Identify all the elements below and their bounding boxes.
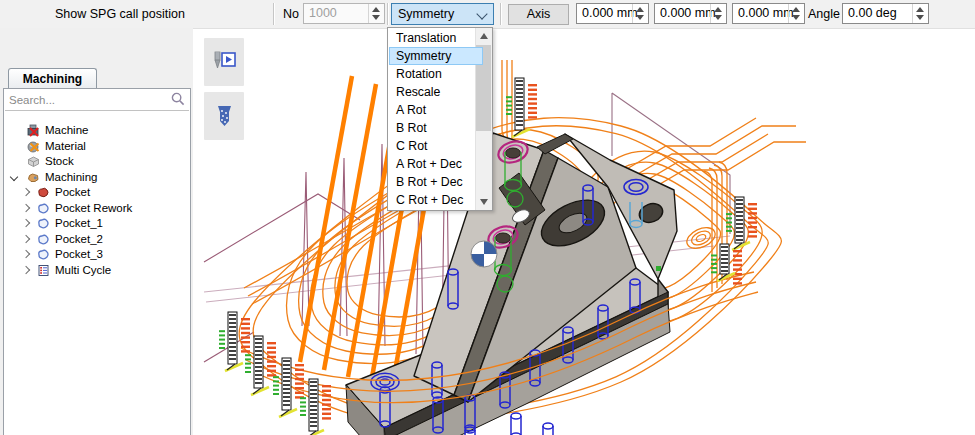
stock-icon: [27, 155, 40, 168]
dropdown-option-rotation[interactable]: Rotation: [389, 65, 483, 83]
tab-machining[interactable]: Machining: [8, 68, 97, 89]
chevron-right-icon[interactable]: [22, 203, 30, 211]
chevron-down-icon[interactable]: [10, 172, 18, 180]
chevron-down-icon: [476, 8, 487, 19]
tree-item-pocket-3[interactable]: Pocket_3: [4, 247, 188, 262]
dropdown-option-a-rot-dec[interactable]: A Rot + Dec: [389, 155, 483, 173]
spinner-up-icon[interactable]: [792, 7, 800, 12]
pocket-blue-icon: [37, 233, 50, 246]
spinner-down-icon[interactable]: [636, 15, 644, 20]
tree-item-label: Material: [45, 140, 86, 152]
tree-item-label: Pocket_2: [55, 233, 103, 245]
spg-number-value: 1000: [309, 4, 337, 23]
dropdown-option-c-rot[interactable]: C Rot: [389, 137, 483, 155]
pocket-red-icon: [37, 186, 50, 199]
dropdown-option-b-rot-dec[interactable]: B Rot + Dec: [389, 173, 483, 191]
dropdown-option-translation[interactable]: Translation: [389, 29, 483, 47]
spinner-down-icon[interactable]: [372, 15, 380, 20]
spg-number-spinner[interactable]: 1000: [303, 3, 385, 24]
machine-icon: [27, 124, 40, 137]
angle-value: 0.00 deg: [848, 4, 897, 23]
tree-item-stock[interactable]: Stock: [4, 154, 188, 169]
chevron-right-icon[interactable]: [22, 219, 30, 227]
dropdown-option-b-rot[interactable]: B Rot: [389, 119, 483, 137]
offset-x-value: 0.000 mm: [582, 4, 638, 23]
no-label: No: [283, 0, 299, 28]
pocket-blue-icon: [37, 202, 50, 215]
machining-icon: [27, 171, 40, 184]
tree-item-label: Pocket Rework: [55, 202, 132, 214]
spinner-down-icon[interactable]: [916, 15, 924, 20]
toolbar-separator: [387, 3, 389, 25]
tree-item-label: Machine: [45, 124, 88, 136]
pocket-blue-icon: [37, 217, 50, 230]
machining-panel: MachineMaterialStockMachiningPocketPocke…: [3, 88, 191, 435]
spinner-up-icon[interactable]: [636, 7, 644, 12]
spinner-down-icon[interactable]: [714, 15, 722, 20]
transform-dropdown-list: TranslationSymmetryRotationRescaleA RotB…: [387, 27, 493, 211]
search-input[interactable]: [7, 91, 169, 109]
material-icon: [27, 140, 40, 153]
operations-tree: MachineMaterialStockMachiningPocketPocke…: [4, 113, 188, 435]
tree-item-label: Stock: [45, 155, 74, 167]
tree-item-material[interactable]: Material: [4, 139, 188, 154]
spinner-up-icon[interactable]: [916, 7, 924, 12]
tree-item-pocket[interactable]: Pocket: [4, 185, 188, 200]
tree-item-pocket-rework[interactable]: Pocket Rework: [4, 201, 188, 216]
show-spg-label: Show SPG call position: [55, 0, 185, 28]
top-toolbar: Show SPG call position No 1000 Symmetry …: [0, 0, 975, 29]
chevron-right-icon[interactable]: [22, 265, 30, 273]
tree-item-pocket-1[interactable]: Pocket_1: [4, 216, 188, 231]
chevron-right-icon[interactable]: [22, 234, 30, 242]
tree-item-label: Machining: [45, 171, 97, 183]
pocket-blue-icon: [37, 248, 50, 261]
tree-item-multi-cycle[interactable]: Multi Cycle: [4, 263, 188, 278]
transform-combobox[interactable]: Symmetry: [391, 3, 494, 25]
transform-value: Symmetry: [398, 4, 454, 24]
offset-z-value: 0.000 mm: [738, 4, 794, 23]
spinner-up-icon[interactable]: [714, 7, 722, 12]
dropdown-option-rescale[interactable]: Rescale: [389, 83, 483, 101]
tree-item-label: Pocket_1: [55, 217, 103, 229]
dropdown-option-c-rot-dec[interactable]: C Rot + Dec: [389, 191, 483, 209]
search-box: [5, 90, 189, 111]
offset-z-spinner[interactable]: 0.000 mm: [732, 3, 805, 24]
tree-item-label: Pocket: [55, 186, 90, 198]
chevron-right-icon[interactable]: [22, 250, 30, 258]
dropdown-option-a-rot[interactable]: A Rot: [389, 101, 483, 119]
angle-label: Angle: [808, 0, 840, 28]
search-icon[interactable]: [171, 92, 185, 109]
spinner-down-icon[interactable]: [792, 15, 800, 20]
toolbar-separator: [273, 3, 275, 25]
chevron-right-icon[interactable]: [22, 188, 30, 196]
tree-item-machining[interactable]: Machining: [4, 170, 188, 185]
toolbar-separator: [500, 3, 502, 25]
spinner-up-icon[interactable]: [372, 7, 380, 12]
dropdown-option-symmetry[interactable]: Symmetry: [389, 47, 483, 65]
multi-cycle-icon: [37, 264, 50, 277]
tree-item-pocket-2[interactable]: Pocket_2: [4, 232, 188, 247]
offset-y-value: 0.000 mm: [660, 4, 716, 23]
viewport-3d[interactable]: [196, 30, 975, 435]
sidebar: Machining MachineMaterialStockMachiningP…: [0, 28, 193, 435]
tree-item-label: Multi Cycle: [55, 264, 111, 276]
angle-spinner[interactable]: 0.00 deg: [842, 3, 929, 24]
offset-y-spinner[interactable]: 0.000 mm: [654, 3, 727, 24]
offset-x-spinner[interactable]: 0.000 mm: [576, 3, 649, 24]
tree-item-machine[interactable]: Machine: [4, 123, 188, 138]
axis-button[interactable]: Axis: [508, 4, 569, 25]
tree-item-label: Pocket_3: [55, 248, 103, 260]
